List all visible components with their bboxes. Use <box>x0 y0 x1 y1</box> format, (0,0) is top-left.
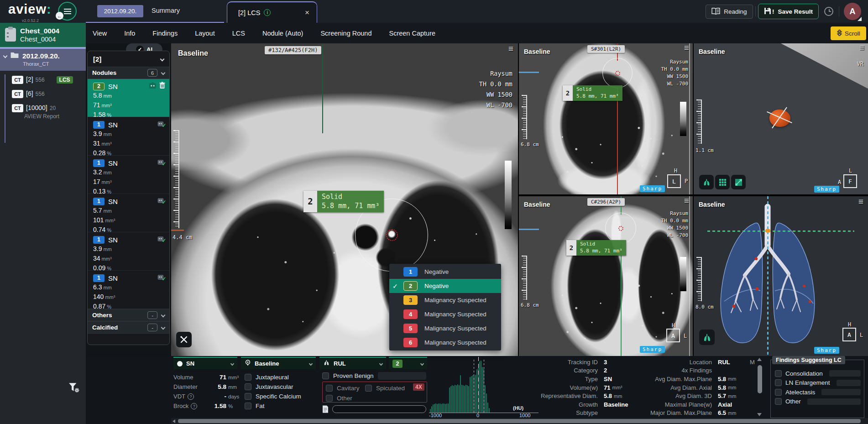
scroll-up-arrow[interactable] <box>757 358 762 361</box>
save-result-button[interactable]: ! Save Result <box>758 4 819 19</box>
lungs-view-button[interactable] <box>699 330 715 345</box>
menu-item-findings[interactable]: Findings <box>152 30 178 37</box>
nodule-list-item[interactable]: 1SN✓5.7mm101mm³0.74% <box>88 194 169 232</box>
help-icon[interactable]: ? <box>191 403 197 409</box>
viewer-menu-icon[interactable]: ≡ <box>508 46 513 52</box>
grid-view-button[interactable] <box>715 175 730 189</box>
category-option[interactable]: ✓2Negative <box>389 279 501 293</box>
finding-input[interactable] <box>821 389 861 395</box>
checkbox[interactable] <box>245 393 251 400</box>
chevron-down-icon[interactable] <box>3 54 8 58</box>
chevron-down-icon[interactable] <box>161 313 166 318</box>
finding-input[interactable] <box>829 370 861 377</box>
finding-input[interactable] <box>807 398 861 405</box>
window-level-bar[interactable] <box>680 102 686 136</box>
nodule-label[interactable]: 2 Solid 5.8 mm, 71 mm³ <box>566 240 626 256</box>
proven-benign-input[interactable] <box>378 372 426 380</box>
menu-item-view[interactable]: View <box>93 30 107 37</box>
category-option[interactable]: 5Malignancy Suspected <box>389 321 501 335</box>
checkbox[interactable] <box>245 403 251 409</box>
viewer-menu-icon[interactable]: ≡ <box>684 45 689 51</box>
checkbox[interactable] <box>775 370 782 377</box>
chevron-down-icon[interactable] <box>161 71 166 75</box>
nodule-list-item[interactable]: 1SN✓3.2mm17mm³0.13% <box>88 156 169 194</box>
timepoint-select[interactable]: Baseline <box>241 357 316 369</box>
checkbox[interactable] <box>775 389 782 396</box>
tab-summary[interactable]: Summary <box>152 7 180 14</box>
vr-viewer[interactable]: Baseline ≡ VR 1.1 cm Sharp L F A <box>694 43 868 194</box>
chevron-down-icon[interactable] <box>161 325 166 330</box>
menu-item-screen-capture[interactable]: Screen Capture <box>389 30 435 37</box>
slider-track[interactable] <box>689 43 690 194</box>
series-item[interactable]: CT[6]556 <box>0 86 86 100</box>
tools-button[interactable] <box>176 332 192 347</box>
scrollbar-thumb[interactable] <box>178 419 861 423</box>
nodules-section-header[interactable]: Nodules 6 <box>88 67 169 79</box>
menu-item-layout[interactable]: Layout <box>195 30 215 37</box>
calcified-section-header[interactable]: Calcified - <box>88 321 169 334</box>
series-item[interactable]: CT[2]556LCS <box>0 71 86 86</box>
type-select[interactable]: SN <box>173 357 237 369</box>
checkbox[interactable] <box>775 379 782 386</box>
checkbox[interactable] <box>365 385 372 392</box>
nodule-group-header[interactable]: [2] <box>88 51 169 67</box>
details-scrollbar[interactable] <box>757 358 763 416</box>
patient-card[interactable]: Chest_0004 Chest_0004 <box>0 23 86 47</box>
ai-icon[interactable] <box>149 82 157 91</box>
finding-input[interactable] <box>837 380 861 386</box>
study-item[interactable]: 2012.09.20. Thorax_CT <box>0 49 86 71</box>
checkbox[interactable] <box>245 374 251 381</box>
category-option[interactable]: 4Malignancy Suspected <box>389 307 501 321</box>
filter-settings-icon[interactable] <box>68 382 79 394</box>
window-level-bar[interactable] <box>505 161 512 229</box>
nodule-list-item[interactable]: 1SN✓3.9mm34mm³0.09% <box>88 232 169 271</box>
nodule-label[interactable]: 2 Solid 5.8 mm, 71 mm³ <box>563 85 622 101</box>
nodule-list-item[interactable]: 2SN5.8mm71mm³1.58% <box>88 79 169 117</box>
nodule-list-item[interactable]: 1SN✓3.9mm31mm³0.28% <box>88 117 169 156</box>
lungs-view-button[interactable] <box>699 175 714 189</box>
checkbox[interactable] <box>775 398 782 405</box>
tab-lcs[interactable]: [2] LCS i × <box>227 1 317 23</box>
checkbox[interactable] <box>326 385 333 392</box>
sagittal-viewer[interactable]: Baseline S#301(L2R) ≡ RaysumTH 0.0 mmWW … <box>519 43 693 194</box>
nodule-label[interactable]: 2 Solid 5.8 mm, 71 mm³ <box>303 191 384 212</box>
nodule-segmentation-outline <box>618 226 623 231</box>
viewer-menu-icon[interactable]: ≡ <box>858 199 863 205</box>
trash-icon[interactable] <box>159 82 166 91</box>
category-option[interactable]: 3Malignancy Suspected <box>389 293 501 307</box>
lobe-select[interactable]: RUL <box>319 357 386 369</box>
nodule-list-item[interactable]: 1SN✓6.3mm140mm³0.87% <box>88 271 169 309</box>
lungs-3d-viewer[interactable]: Baseline ≡ 8.0 cm Sharp H A L <box>694 196 868 356</box>
menu-item-nodule-auto[interactable]: Nodule (Auto) <box>262 30 303 37</box>
horizontal-scrollbar[interactable] <box>171 418 868 424</box>
viewer-menu-icon[interactable]: ≡ <box>684 198 689 204</box>
back-arrow-icon[interactable]: ← <box>56 12 63 20</box>
note-input[interactable] <box>332 405 426 413</box>
checkbox[interactable] <box>322 372 329 379</box>
series-item[interactable]: CT[10000]20AVIEW Report <box>0 100 86 121</box>
window-level-bar[interactable] <box>680 257 686 291</box>
scroll-mode-button[interactable]: Scroll <box>831 26 866 40</box>
menu-item-info[interactable]: Info <box>124 30 135 37</box>
cut-view-button[interactable] <box>731 175 746 189</box>
scroll-left-arrow[interactable] <box>173 419 175 423</box>
history-clock-icon[interactable] <box>824 7 833 16</box>
study-date-chip[interactable]: 2012.09.20. <box>97 5 143 17</box>
help-icon[interactable]: ? <box>188 393 194 400</box>
reading-button[interactable]: Reading <box>706 5 753 19</box>
scroll-down-arrow[interactable] <box>757 413 762 416</box>
chevron-down-icon[interactable] <box>160 57 165 61</box>
category-option[interactable]: 1Negative <box>389 265 501 279</box>
close-icon[interactable]: × <box>305 8 309 17</box>
menu-item-lcs[interactable]: LCS <box>232 30 245 37</box>
menu-item-screening-round[interactable]: Screening Round <box>320 30 371 37</box>
category-select[interactable]: 2 <box>389 357 427 369</box>
coronal-viewer[interactable]: Baseline C#296(A2P) ≡ RaysumTH 0.0 mmWW … <box>519 196 693 356</box>
nodule-3d-model[interactable] <box>769 110 790 127</box>
scrollbar-thumb[interactable] <box>758 365 762 393</box>
category-option[interactable]: 6Malignancy Suspected <box>389 335 501 350</box>
viewer-menu-icon[interactable]: ≡ <box>859 45 864 51</box>
slider-track[interactable] <box>689 196 690 356</box>
checkbox[interactable] <box>326 395 333 402</box>
checkbox[interactable] <box>245 383 251 390</box>
